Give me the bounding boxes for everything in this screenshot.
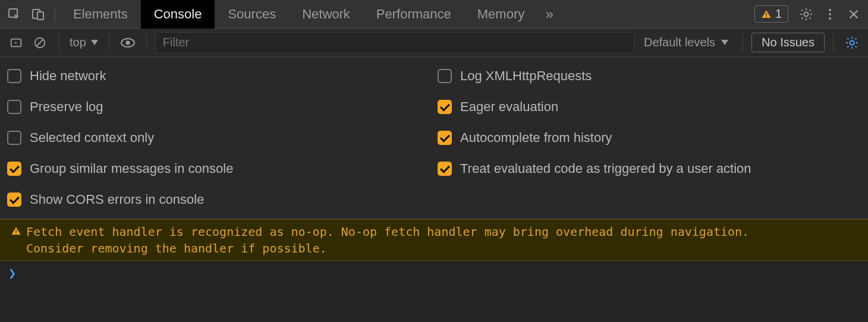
svg-rect-3 [766,12,767,15]
divider [58,34,59,52]
divider [55,5,55,23]
inspect-element-icon[interactable] [2,0,26,29]
console-settings-gear-icon[interactable] [842,33,862,53]
tab-sources[interactable]: Sources [215,0,289,29]
console-settings-panel: Hide networkLog XMLHttpRequestsPreserve … [0,57,868,219]
console-toolbar: top Default levels No Issues [0,29,868,57]
checkbox[interactable] [7,100,21,114]
checkbox-label: Group similar messages in console [30,161,233,176]
setting-row: Preserve log [4,91,434,122]
warning-message: Fetch event handler is recognized as no-… [26,223,749,257]
divider [146,34,147,52]
kebab-menu-icon[interactable] [818,0,842,29]
setting-row: Selected context only [4,122,434,153]
chevron-down-icon [91,40,98,45]
checkbox-label: Treat evaluated code as triggered by a u… [460,161,751,176]
svg-rect-15 [15,233,17,234]
toggle-sidebar-icon[interactable] [6,33,26,53]
checkbox-label: Show CORS errors in console [30,192,204,207]
chevron-down-icon [721,40,728,45]
divider [833,34,834,52]
console-warning-row[interactable]: Fetch event handler is recognized as no-… [0,219,868,261]
close-devtools-icon[interactable] [842,0,866,29]
checkbox[interactable] [7,162,21,176]
checkbox[interactable] [438,131,452,145]
checkbox-label: Autocomplete from history [460,130,612,146]
setting-row: Log XMLHttpRequests [434,61,864,91]
checkbox[interactable] [438,69,452,83]
divider [109,34,109,52]
prompt-chevron-icon: ❯ [6,266,16,280]
tab-network[interactable]: Network [289,0,363,29]
checkbox-label: Preserve log [30,99,103,115]
devtools-tab-bar: ElementsConsoleSourcesNetworkPerformance… [0,0,868,29]
checkbox-label: Log XMLHttpRequests [460,68,592,84]
tab-elements[interactable]: Elements [60,0,141,29]
checkbox[interactable] [7,131,21,145]
checkbox[interactable] [7,69,21,83]
svg-point-7 [829,13,831,15]
divider [743,34,743,52]
live-expression-icon[interactable] [118,33,138,53]
clear-console-icon[interactable] [30,33,50,53]
checkbox-label: Selected context only [30,130,154,146]
svg-point-6 [829,9,831,11]
setting-row: Show CORS errors in console [4,184,434,215]
svg-point-5 [804,12,809,16]
levels-label: Default levels [644,36,715,49]
issues-label: No Issues [762,36,814,49]
device-toolbar-icon[interactable] [26,0,50,29]
setting-row: Hide network [4,61,434,91]
filter-input[interactable] [155,32,634,53]
svg-rect-2 [37,12,43,20]
warning-icon [11,226,21,236]
tab-performance[interactable]: Performance [363,0,464,29]
svg-rect-4 [766,16,767,17]
setting-row: Group similar messages in console [4,153,434,184]
checkbox-label: Eager evaluation [460,99,558,115]
issues-button[interactable]: No Issues [751,33,825,52]
checkbox-label: Hide network [30,68,106,84]
svg-point-12 [125,40,130,45]
context-selector[interactable]: top [67,36,100,49]
svg-point-13 [850,40,854,45]
setting-row: Treat evaluated code as triggered by a u… [434,153,864,184]
checkbox[interactable] [438,100,452,114]
checkbox[interactable] [7,192,21,207]
setting-row: Eager evaluation [434,91,864,122]
setting-row [434,184,864,215]
svg-point-8 [829,17,831,20]
svg-rect-14 [15,230,17,233]
warnings-count: 1 [775,7,782,21]
context-label: top [70,36,86,49]
setting-row: Autocomplete from history [434,122,864,153]
checkbox[interactable] [438,162,452,176]
tab-console[interactable]: Console [141,0,215,29]
more-tabs-button[interactable]: » [537,0,561,29]
console-prompt[interactable]: ❯ [0,261,868,285]
log-levels-selector[interactable]: Default levels [638,36,734,49]
warnings-badge[interactable]: 1 [754,5,788,23]
settings-gear-icon[interactable] [794,0,818,29]
tab-memory[interactable]: Memory [464,0,537,29]
